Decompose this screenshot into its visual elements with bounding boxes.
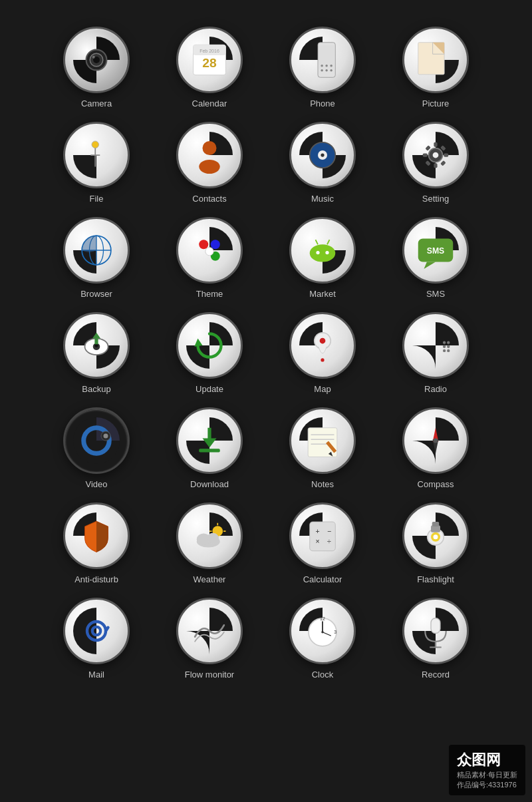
- backup-label: Backup: [82, 384, 110, 394]
- svg-point-13: [321, 65, 323, 67]
- icon-item-backup[interactable]: Backup: [43, 312, 150, 394]
- icon-item-music[interactable]: Music: [269, 122, 376, 204]
- phone-icon: [289, 27, 356, 93]
- icon-item-mail[interactable]: Mail: [43, 598, 150, 680]
- music-icon: [289, 122, 356, 188]
- icon-item-phone[interactable]: Phone: [269, 27, 376, 108]
- icon-item-map[interactable]: Map: [269, 312, 376, 394]
- svg-point-24: [321, 153, 324, 156]
- svg-marker-49: [424, 262, 436, 270]
- svg-text:12: 12: [320, 616, 325, 621]
- picture-label: Picture: [422, 99, 449, 108]
- icon-item-radio[interactable]: Radio: [382, 312, 489, 394]
- icon-item-video[interactable]: Video: [43, 407, 150, 489]
- icon-item-flowmonitor[interactable]: Flow monitor: [156, 598, 263, 680]
- map-icon: [289, 312, 356, 379]
- theme-label: Theme: [196, 289, 223, 299]
- svg-text:28: 28: [202, 56, 217, 70]
- record-icon: [402, 598, 469, 664]
- record-label: Record: [422, 670, 450, 680]
- watermark: 众图网 精品素材·每日更新 作品编号:4331976: [449, 745, 525, 795]
- svg-point-69: [104, 434, 108, 439]
- svg-text:3: 3: [334, 630, 336, 634]
- setting-icon: [402, 122, 469, 188]
- camera-icon: [63, 27, 130, 93]
- icon-item-flashlight[interactable]: Flashlight: [382, 502, 489, 584]
- icon-item-theme[interactable]: Theme: [156, 217, 263, 299]
- flashlight-icon: [402, 502, 469, 569]
- icon-item-calculator[interactable]: + − × ÷ Calculator: [269, 502, 376, 584]
- icon-item-record[interactable]: Record: [382, 598, 489, 680]
- mail-label: Mail: [88, 670, 104, 680]
- svg-marker-56: [194, 339, 202, 347]
- svg-rect-90: [310, 522, 336, 551]
- svg-rect-72: [199, 449, 220, 452]
- flowmonitor-icon: [176, 598, 243, 664]
- download-label: Download: [190, 479, 229, 489]
- icon-item-browser[interactable]: Browser: [43, 217, 150, 299]
- antidisturb-icon: [63, 502, 130, 569]
- video-label: Video: [85, 479, 107, 489]
- market-label: Market: [309, 289, 336, 299]
- icon-item-picture[interactable]: Picture: [382, 27, 489, 108]
- icon-item-antidisturb[interactable]: Anti-disturb: [43, 502, 150, 584]
- notes-icon: [289, 407, 356, 474]
- map-label: Map: [314, 384, 331, 394]
- weather-icon: [176, 502, 243, 569]
- contacts-icon: [176, 122, 243, 188]
- svg-line-47: [327, 240, 330, 244]
- svg-point-81: [434, 439, 438, 443]
- compass-label: Compass: [418, 479, 454, 489]
- antidisturb-label: Anti-disturb: [74, 574, 118, 584]
- svg-rect-27: [434, 142, 437, 147]
- svg-point-60: [443, 341, 446, 343]
- theme-icon: [176, 217, 243, 284]
- video-icon: [63, 407, 130, 474]
- svg-point-89: [207, 533, 219, 544]
- picture-icon: [402, 27, 469, 93]
- flashlight-label: Flashlight: [417, 574, 454, 584]
- icon-item-compass[interactable]: Compass: [382, 407, 489, 489]
- camera-label: Camera: [81, 99, 112, 108]
- svg-point-26: [433, 152, 439, 158]
- icon-item-clock[interactable]: 12 3 Clock: [269, 598, 376, 680]
- svg-point-3: [92, 56, 95, 59]
- calendar-icon: Feb 2016 28: [176, 27, 243, 93]
- svg-point-15: [330, 65, 332, 67]
- svg-rect-28: [434, 163, 437, 168]
- update-icon: [176, 312, 243, 379]
- download-icon: [176, 407, 243, 474]
- svg-point-17: [92, 141, 99, 148]
- svg-point-64: [443, 349, 446, 352]
- svg-point-63: [447, 345, 450, 348]
- calculator-label: Calculator: [303, 574, 342, 584]
- svg-point-42: [205, 248, 213, 256]
- svg-text:−: −: [327, 527, 331, 535]
- icon-item-market[interactable]: Market: [269, 217, 376, 299]
- icon-item-setting[interactable]: Setting: [382, 122, 489, 204]
- icon-item-camera[interactable]: Camera: [43, 27, 150, 108]
- svg-text:÷: ÷: [327, 537, 331, 545]
- svg-point-58: [320, 338, 326, 344]
- browser-icon: [63, 217, 130, 284]
- svg-point-97: [434, 534, 438, 539]
- contacts-label: Contacts: [192, 194, 226, 204]
- svg-point-43: [310, 244, 336, 262]
- music-label: Music: [311, 194, 334, 204]
- clock-icon: 12 3: [289, 598, 356, 664]
- svg-rect-32: [440, 160, 446, 166]
- icon-item-download[interactable]: Download: [156, 407, 263, 489]
- svg-point-20: [203, 141, 217, 155]
- svg-point-10: [321, 69, 323, 72]
- icon-item-file[interactable]: File: [43, 122, 150, 204]
- svg-rect-73: [308, 428, 337, 457]
- icon-item-sms[interactable]: SMS SMS: [382, 217, 489, 299]
- mail-icon: [63, 598, 130, 664]
- icon-item-update[interactable]: Update: [156, 312, 263, 394]
- svg-text:Feb 2016: Feb 2016: [200, 49, 219, 53]
- svg-point-59: [321, 358, 324, 361]
- icon-item-notes[interactable]: Notes: [269, 407, 376, 489]
- icon-item-contacts[interactable]: Contacts: [156, 122, 263, 204]
- icon-item-weather[interactable]: Weather: [156, 502, 263, 584]
- icon-item-calendar[interactable]: Feb 2016 28 Calendar: [156, 27, 263, 108]
